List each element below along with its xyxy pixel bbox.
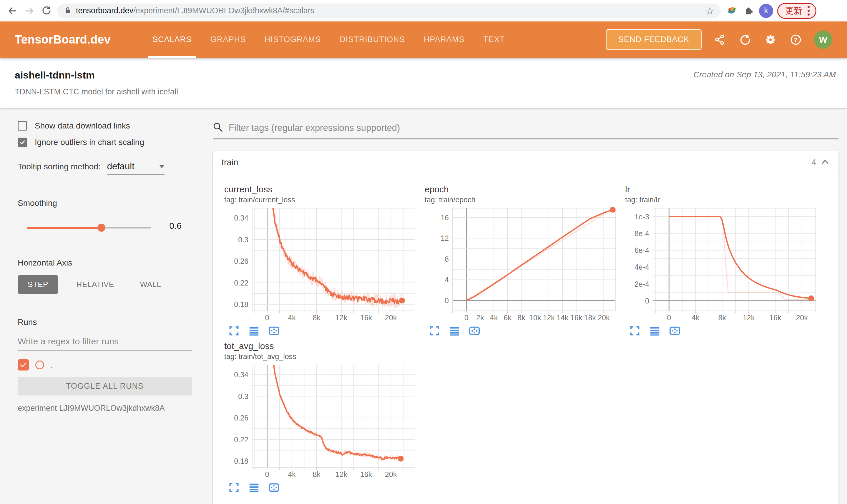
run-checkbox[interactable] (18, 359, 29, 371)
svg-text:8k: 8k (313, 313, 321, 322)
chevron-down-icon (159, 165, 165, 168)
svg-text:4k: 4k (490, 313, 498, 322)
svg-text:8e-4: 8e-4 (635, 229, 649, 238)
svg-text:4: 4 (445, 275, 449, 284)
address-bar[interactable]: tensorboard.dev/experiment/LJI9MWUORLOw3… (57, 3, 721, 18)
share-icon[interactable] (713, 33, 727, 47)
smoothing-slider[interactable] (27, 224, 151, 231)
expand-chart-icon[interactable] (428, 325, 440, 337)
chart-tag: tag: train/lr (625, 196, 819, 204)
extensions-puzzle-icon[interactable] (742, 4, 755, 17)
svg-text:0.3: 0.3 (238, 392, 248, 400)
help-icon[interactable]: ? (789, 33, 803, 47)
expand-chart-icon[interactable] (228, 325, 240, 337)
tab-distributions[interactable]: DISTRIBUTIONS (330, 21, 414, 58)
chart-title: tot_avg_loss (224, 341, 418, 351)
experiment-title: aishell-tdnn-lstm (15, 69, 178, 81)
browser-reload-icon[interactable] (40, 4, 53, 17)
chevron-up-icon[interactable] (821, 158, 830, 167)
runs-filter-input[interactable] (18, 334, 192, 351)
svg-text:8k: 8k (313, 470, 321, 479)
run-color-swatch[interactable] (35, 360, 44, 369)
tab-scalars[interactable]: SCALARS (143, 21, 201, 58)
chart-plot[interactable]: 04k8k12k16k20k02e-44e-46e-48e-41e-3 (625, 205, 819, 323)
chart-tag: tag: train/current_loss (224, 196, 418, 204)
svg-text:4k: 4k (288, 470, 296, 479)
svg-text:12k: 12k (335, 470, 348, 479)
show-download-links-label: Show data download links (35, 121, 130, 130)
svg-text:12k: 12k (543, 313, 555, 322)
toggle-all-runs-button[interactable]: TOGGLE ALL RUNS (18, 377, 192, 396)
log-scale-icon[interactable] (248, 325, 260, 337)
log-scale-icon[interactable] (248, 481, 260, 494)
axis-option-wall[interactable]: WALL (133, 275, 169, 294)
train-section-header[interactable]: train 4 (213, 150, 839, 174)
svg-text:0.34: 0.34 (234, 214, 248, 222)
browser-back-icon[interactable] (6, 4, 19, 17)
browser-forward-icon[interactable] (23, 4, 36, 17)
filter-tags-input[interactable] (229, 123, 839, 133)
experiment-id-label: experiment LJI9MWUORLOw3jkdhxwk8A (18, 404, 192, 413)
svg-text:0.18: 0.18 (234, 457, 248, 465)
browser-profile-avatar[interactable]: k (759, 4, 773, 18)
svg-text:16k: 16k (360, 470, 372, 479)
show-download-links-checkbox[interactable] (18, 121, 27, 130)
svg-text:10k: 10k (529, 313, 541, 322)
divider (9, 306, 198, 306)
bookmark-star-icon[interactable]: ☆ (706, 6, 714, 16)
tooltip-sorting-select[interactable]: default (107, 161, 165, 175)
run-row[interactable]: . (18, 359, 192, 371)
axis-option-step[interactable]: STEP (18, 275, 58, 294)
svg-text:4k: 4k (288, 313, 296, 322)
axis-option-relative[interactable]: RELATIVE (69, 275, 122, 294)
svg-text:0.26: 0.26 (234, 257, 248, 265)
train-section-card: train 4 current_loss tag: train/current_… (213, 150, 839, 504)
chart-current-loss: current_loss tag: train/current_loss 04k… (224, 184, 418, 337)
settings-sidebar: Show data download links Ignore outliers… (0, 108, 204, 504)
svg-text:0: 0 (265, 313, 269, 322)
expand-chart-icon[interactable] (228, 481, 240, 494)
fit-domain-icon[interactable] (268, 481, 280, 494)
svg-text:0.34: 0.34 (234, 371, 248, 379)
update-label: 更新 (785, 5, 802, 17)
smoothing-label: Smoothing (18, 198, 192, 208)
browser-update-menu-button[interactable]: 更新 (777, 3, 816, 19)
brand-title: TensorBoard.dev (15, 33, 111, 46)
app-header: TensorBoard.dev SCALARSGRAPHSHISTOGRAMSD… (0, 21, 847, 58)
extension-bowl-icon[interactable] (725, 4, 738, 17)
settings-gear-icon[interactable] (763, 33, 778, 47)
slider-thumb[interactable] (98, 224, 105, 232)
log-scale-icon[interactable] (448, 325, 461, 337)
svg-text:4e-4: 4e-4 (635, 263, 649, 271)
tab-text[interactable]: TEXT (474, 21, 514, 58)
url-text: tensorboard.dev/experiment/LJI9MWUORLOw3… (76, 6, 701, 15)
tab-hparams[interactable]: HPARAMS (414, 21, 474, 58)
svg-text:0.26: 0.26 (234, 414, 248, 422)
refresh-icon[interactable] (738, 33, 752, 47)
svg-text:8k: 8k (718, 313, 726, 322)
svg-text:14k: 14k (556, 313, 569, 322)
svg-text:0: 0 (445, 296, 449, 305)
show-download-links-row[interactable]: Show data download links (18, 121, 192, 130)
fit-domain-icon[interactable] (268, 325, 280, 337)
divider (9, 247, 198, 247)
ignore-outliers-checkbox[interactable] (18, 138, 27, 147)
user-avatar[interactable]: W (814, 31, 832, 49)
expand-chart-icon[interactable] (629, 325, 641, 337)
log-scale-icon[interactable] (649, 325, 661, 337)
svg-text:4k: 4k (692, 313, 699, 322)
fit-domain-icon[interactable] (669, 325, 681, 337)
smoothing-value[interactable]: 0.6 (159, 221, 192, 234)
send-feedback-button[interactable]: SEND FEEDBACK (606, 29, 702, 50)
run-name: . (51, 360, 53, 370)
fit-domain-icon[interactable] (468, 325, 481, 337)
ignore-outliers-row[interactable]: Ignore outliers in chart scaling (18, 138, 192, 147)
tab-histograms[interactable]: HISTOGRAMS (255, 21, 330, 58)
tab-graphs[interactable]: GRAPHS (201, 21, 255, 58)
chart-plot[interactable]: 04k8k12k16k20k0.340.30.260.220.18 (224, 205, 418, 323)
svg-text:6k: 6k (504, 313, 512, 322)
experiment-description: TDNN-LSTM CTC model for aishell with ice… (15, 87, 178, 96)
chart-plot[interactable]: 04k8k12k16k20k0.340.30.260.220.18 (224, 362, 418, 480)
svg-text:0: 0 (464, 313, 468, 322)
chart-plot[interactable]: 02k4k6k8k10k12k14k16k18k20k0481216 (425, 205, 619, 323)
